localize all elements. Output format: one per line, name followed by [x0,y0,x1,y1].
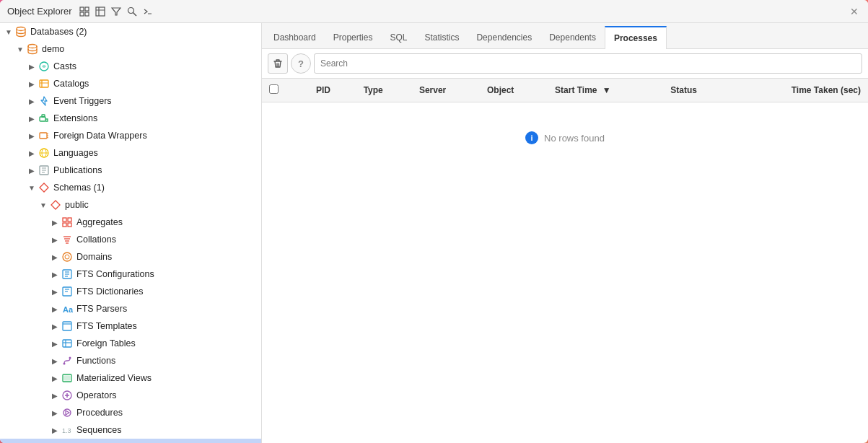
tree-node-schemas[interactable]: ▼ Schemas (1) [0,179,261,196]
tree-node-event-triggers[interactable]: ▶ Event Triggers [0,92,261,110]
tree-node-operators[interactable]: ▶ Operators [0,387,261,404]
tree-node-aggregates[interactable]: ▶ Aggregates [0,214,261,231]
svg-rect-19 [40,133,47,139]
icon-operators [61,389,74,402]
tree-node-tables[interactable]: ▼ Tables (7) [0,439,261,443]
icon-event-triggers [38,95,51,108]
tree-node-public[interactable]: ▼ public [0,196,261,214]
svg-rect-33 [68,223,71,227]
tree-node-collations[interactable]: ▶ Collations [0,231,261,248]
col-header-time-taken[interactable]: Time Taken (sec) [730,79,868,102]
table-icon[interactable] [94,5,107,18]
icon-public [49,198,62,211]
tab-processes[interactable]: Processes [605,26,667,49]
tab-dashboard[interactable]: Dashboard [265,27,325,48]
grid-icon[interactable] [78,5,91,18]
icon-aggregates [61,216,74,229]
arrow-fts-configs: ▶ [49,271,61,278]
close-button[interactable]: ✕ [848,5,861,18]
search-input[interactable] [314,53,862,74]
tree-node-demo[interactable]: ▼ demo [0,40,261,58]
no-rows-row: i No rows found [262,102,868,174]
terminal-icon[interactable] [141,5,154,18]
tree-node-sequences[interactable]: ▶ 1.3 Sequences [0,421,261,439]
icon-schemas [38,181,51,194]
tree-node-fts-templates[interactable]: ▶ FTS Templates [0,317,261,335]
arrow-domains: ▶ [49,253,61,261]
icon-demo [26,43,39,56]
col-header-start-time[interactable]: Start Time ▼ [548,79,663,102]
col-header-type[interactable]: Type [356,79,412,102]
label-mat-views: Materialized Views [76,373,152,383]
arrow-casts: ▶ [26,63,38,71]
label-functions: Functions [76,356,115,366]
label-fts-dicts: FTS Dictionaries [76,286,143,297]
label-fts-parsers: FTS Parsers [76,304,127,314]
tree-node-catalogs[interactable]: ▶ Catalogs [0,75,261,92]
tree-node-functions[interactable]: ▶ Functions [0,352,261,369]
icon-fts-templates [61,320,74,333]
tree-node-foreign-tables[interactable]: ▶ Foreign Tables [0,335,261,352]
tab-dependents[interactable]: Dependents [540,27,605,48]
tabs-bar: Dashboard Properties SQL Statistics Depe… [262,23,868,49]
col-header-status[interactable]: Status [663,79,730,102]
title-bar-icons [78,5,154,18]
select-all-checkbox[interactable] [269,84,279,94]
col-header-server[interactable]: Server [412,79,480,102]
title-bar-left: Object Explorer [7,5,154,18]
icon-domains [61,250,74,263]
tab-sql[interactable]: SQL [381,27,416,48]
arrow-collations: ▶ [49,236,61,244]
processes-toolbar: ? [262,49,868,79]
label-casts: Casts [53,61,76,71]
tree-node-procedures[interactable]: ▶ Procedures [0,404,261,421]
arrow-fts-dicts: ▶ [49,288,61,296]
icon-publications [38,164,51,177]
arrow-functions: ▶ [49,357,61,365]
arrow-schemas: ▼ [26,184,38,192]
arrow-fts-templates: ▶ [49,323,61,330]
arrow-publications: ▶ [26,167,38,175]
tree-node-databases[interactable]: ▼ Databases (2) [0,23,261,40]
tree-node-fts-parsers[interactable]: ▶ Aa FTS Parsers [0,300,261,317]
tree-node-fdw[interactable]: ▶ Foreign Data Wrappers [0,127,261,144]
icon-fdw [38,129,51,142]
svg-text:Aa: Aa [63,305,73,314]
tree-node-languages[interactable]: ▶ Languages [0,144,261,162]
tree-node-fts-configs[interactable]: ▶ FTS Configurations [0,266,261,283]
sidebar: ▼ Databases (2) ▼ demo ▶ Casts [0,23,262,443]
tree-node-fts-dicts[interactable]: ▶ FTS Dictionaries [0,283,261,300]
tab-dependencies[interactable]: Dependencies [468,27,540,48]
tab-statistics[interactable]: Statistics [416,27,468,48]
icon-fts-parsers: Aa [61,302,74,315]
help-button[interactable]: ? [291,53,311,74]
delete-button[interactable] [268,53,288,74]
svg-rect-17 [40,117,45,121]
arrow-procedures: ▶ [49,409,61,417]
tree-node-extensions[interactable]: ▶ Extensions [0,110,261,127]
tree-node-domains[interactable]: ▶ Domains [0,248,261,266]
svg-point-38 [63,253,71,261]
arrow-extensions: ▶ [26,115,38,123]
no-rows-message: i No rows found [262,102,868,173]
tree-node-publications[interactable]: ▶ Publications [0,162,261,179]
tree-node-casts[interactable]: ▶ Casts [0,58,261,75]
col-header-object[interactable]: Object [480,79,548,102]
icon-fts-configs [61,268,74,281]
tab-properties[interactable]: Properties [325,27,382,48]
svg-text:1.3: 1.3 [62,427,71,434]
svg-point-54 [69,357,71,359]
col-header-pid[interactable]: PID [309,79,356,102]
svg-rect-50 [63,340,71,347]
filter-icon[interactable] [110,5,123,18]
label-demo: demo [42,44,64,54]
svg-rect-4 [96,7,105,16]
label-schemas: Schemas (1) [53,183,105,193]
arrow-languages: ▶ [26,149,38,157]
icon-procedures [61,406,74,419]
processes-table: PID Type Server Object Start Time ▼ Stat… [262,79,868,443]
main-window: Object Explorer ✕ [0,0,868,443]
tree-node-mat-views[interactable]: ▶ Materialized Views [0,369,261,387]
select-all-header[interactable] [262,79,286,102]
search-icon[interactable] [126,5,139,18]
